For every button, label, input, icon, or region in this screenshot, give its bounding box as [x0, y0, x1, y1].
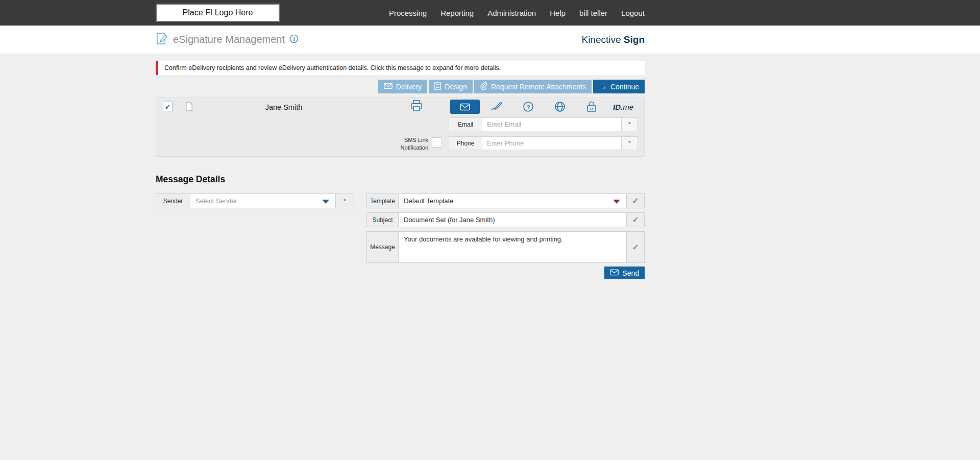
- info-icon[interactable]: i: [289, 34, 299, 45]
- top-nav: Processing Reporting Administration Help…: [389, 9, 645, 17]
- request-remote-attachments-label: Request Remote Attachments: [491, 83, 586, 91]
- action-toolbar: Delivery Design Request Remote Attachmen…: [156, 80, 645, 93]
- sender-placeholder: Select Sender: [195, 197, 237, 205]
- message-details-form: Sender Select Sender * Template Default …: [156, 193, 645, 262]
- svg-text:?: ?: [527, 104, 530, 110]
- arrow-right-icon: →: [599, 83, 607, 91]
- chevron-down-icon: [613, 200, 620, 204]
- continue-button-label: Continue: [610, 83, 639, 91]
- sender-row: Sender Select Sender *: [156, 193, 354, 208]
- edelivery-alert-message[interactable]: Confirm eDelivery recipients and review …: [156, 61, 645, 75]
- nav-administration[interactable]: Administration: [487, 9, 536, 17]
- design-button[interactable]: Design: [429, 80, 473, 93]
- auth-idme-logo[interactable]: ID.me: [608, 100, 638, 114]
- email-label: Email: [449, 117, 482, 131]
- recipient-card: ✓ Jane Smith ? R ID.me: [156, 98, 645, 157]
- sender-dropdown[interactable]: Select Sender: [190, 193, 336, 208]
- idme-suffix: me: [623, 103, 633, 111]
- idme-prefix: ID.: [613, 103, 623, 111]
- svg-text:R: R: [590, 107, 593, 111]
- continue-button[interactable]: → Continue: [593, 80, 645, 93]
- nav-processing[interactable]: Processing: [389, 9, 427, 17]
- auth-question-icon[interactable]: ?: [513, 100, 543, 114]
- envelope-icon: [384, 83, 393, 91]
- auth-lock-icon[interactable]: R: [577, 100, 606, 114]
- auth-method-row: ? R ID.me: [450, 100, 638, 114]
- phone-input-row: Phone *: [449, 136, 638, 150]
- sms-notification-checkbox[interactable]: [432, 137, 442, 148]
- design-button-label: Design: [445, 83, 467, 91]
- send-row: Send: [156, 267, 645, 279]
- envelope-icon: [610, 269, 619, 277]
- template-column: Template Default Template ✓ Subject ✓ Me…: [366, 193, 645, 263]
- auth-signature-icon[interactable]: [482, 100, 511, 114]
- email-input-row: Email *: [449, 117, 638, 131]
- sender-required-marker: *: [336, 193, 354, 208]
- auth-globe-icon[interactable]: [545, 100, 575, 114]
- brand-regular: Kinective: [581, 34, 623, 45]
- template-row: Template Default Template ✓: [366, 193, 645, 208]
- page-header: eSignature Management i Kinective Sign: [0, 26, 980, 54]
- brand-logo: Kinective Sign: [581, 34, 645, 45]
- template-label: Template: [366, 193, 399, 208]
- subject-row: Subject ✓: [366, 212, 645, 227]
- email-required-marker: *: [622, 117, 638, 131]
- phone-input[interactable]: [482, 136, 622, 150]
- subject-label: Subject: [366, 212, 399, 227]
- chevron-down-icon: [322, 200, 329, 204]
- delivery-button[interactable]: Delivery: [378, 80, 428, 93]
- nav-help[interactable]: Help: [550, 9, 566, 17]
- printer-icon[interactable]: [410, 100, 423, 113]
- fi-logo-placeholder[interactable]: Place FI Logo Here: [156, 4, 280, 22]
- message-row: Message Your documents are available for…: [366, 231, 645, 263]
- send-button-label: Send: [622, 269, 639, 277]
- brand-bold: Sign: [624, 34, 645, 45]
- document-icon: [434, 82, 441, 91]
- sender-label: Sender: [156, 193, 190, 208]
- template-valid-icon: ✓: [627, 193, 645, 208]
- phone-label: Phone: [449, 136, 482, 150]
- phone-required-marker: *: [622, 136, 638, 150]
- request-remote-attachments-button[interactable]: Request Remote Attachments: [474, 80, 592, 93]
- sms-link-notification-label: SMS Link Notification: [398, 136, 428, 152]
- template-value: Default Template: [404, 197, 453, 205]
- top-bar: Place FI Logo Here Processing Reporting …: [0, 0, 980, 26]
- template-dropdown[interactable]: Default Template: [399, 193, 627, 208]
- page-title: eSignature Management: [173, 34, 285, 45]
- message-textarea[interactable]: Your documents are available for viewing…: [399, 231, 627, 263]
- auth-email-icon[interactable]: [450, 100, 480, 114]
- subject-input[interactable]: [399, 212, 627, 227]
- esignature-doc-icon: [156, 32, 168, 47]
- message-label: Message: [366, 231, 399, 263]
- document-page-icon: [185, 102, 193, 113]
- paperclip-icon: [480, 82, 487, 91]
- subject-valid-icon: ✓: [627, 212, 645, 227]
- send-button[interactable]: Send: [604, 267, 645, 279]
- nav-user[interactable]: bill teller: [579, 9, 607, 17]
- svg-text:i: i: [293, 36, 295, 41]
- delivery-button-label: Delivery: [396, 83, 422, 91]
- message-valid-icon: ✓: [627, 231, 645, 263]
- recipient-checkbox[interactable]: ✓: [163, 102, 173, 111]
- fi-logo-text: Place FI Logo Here: [183, 8, 253, 17]
- recipient-name: Jane Smith: [228, 103, 340, 111]
- nav-reporting[interactable]: Reporting: [440, 9, 474, 17]
- email-input[interactable]: [482, 117, 622, 131]
- nav-logout[interactable]: Logout: [621, 9, 645, 17]
- message-details-heading: Message Details: [156, 174, 645, 185]
